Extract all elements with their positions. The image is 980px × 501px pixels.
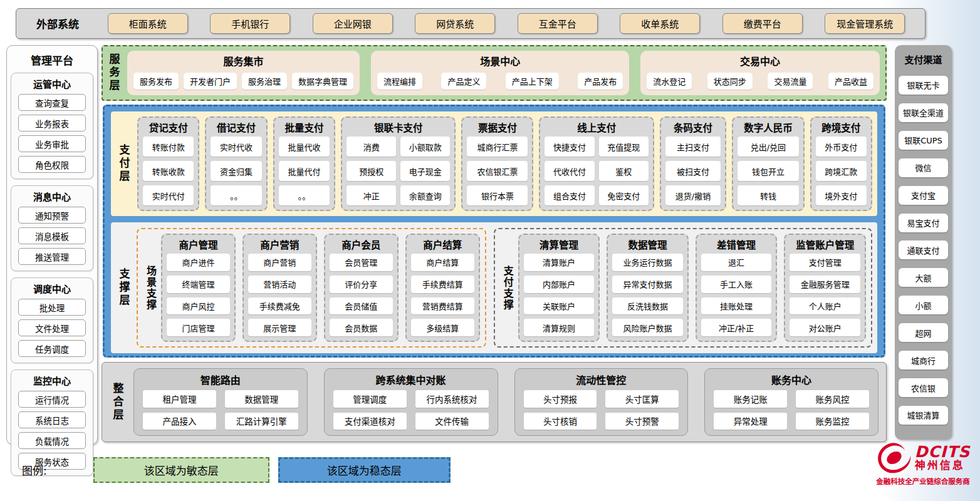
payment-column: 跨境支付外币支付跨境汇款境外支付: [810, 116, 872, 211]
support-item-chip: 终端管理: [167, 276, 230, 293]
payment-item-chip: 转账付款: [143, 137, 194, 157]
support-item-chip: 反洗钱数据: [612, 297, 683, 315]
service-item-chip: 数据字典管理: [292, 73, 353, 90]
support-group: 场景支撑商户管理商户进件终端管理商户风控门店管理商户营销商户营销营销活动手续费减…: [137, 228, 486, 348]
legend-label: 图例:: [22, 462, 47, 478]
payment-item-chip: 外币支付: [816, 137, 867, 157]
payment-item-chip: 实时代付: [143, 185, 194, 205]
support-item-chip: 风险账户数据: [612, 319, 683, 336]
service-item-chip: 交易流量: [768, 73, 813, 90]
management-item-chip: 查询查复: [18, 94, 86, 111]
payment-item-chip: 跨境汇款: [816, 161, 867, 181]
payment-channel-chip: 银联全渠道: [899, 103, 948, 122]
management-item-chip: 业务报表: [18, 115, 86, 132]
dcits-logo: DCITS 神州信息 金融科技全产业链综合服务商: [868, 442, 978, 486]
dcits-tagline: 金融科技全产业链综合服务商: [868, 476, 978, 486]
integration-panel-title: 流动性管控: [524, 372, 679, 387]
stable-layer-wrap: 支付层 贷记支付转账付款转账收款实时代付借记支付实时代收资金归集。。批量支付批量…: [103, 105, 885, 358]
integration-panel: 账务中心账务记账账务风控异常处理账务监控: [704, 368, 878, 436]
support-column-title: 监管账户管理: [790, 237, 860, 251]
payment-item-chip: 消费: [347, 137, 396, 157]
support-group-columns: 清算管理清算账户内部账户关联账户清算规则数据管理业务运行数据异常支付数据反洗钱数…: [518, 234, 866, 342]
external-system-chip: 柜面系统: [108, 13, 188, 34]
support-item-chip: 商户营销: [248, 254, 311, 271]
management-item-chip: 角色权限: [18, 156, 86, 173]
service-item-chip: 开发者门户: [184, 73, 237, 90]
payment-item-chip: 实时代收: [211, 137, 261, 157]
support-item-chip: 退汇: [701, 254, 772, 271]
payment-item-chip: 余额查询: [400, 185, 450, 205]
payment-channel-chip: 农信银: [899, 378, 948, 397]
service-panel-title: 交易中心: [647, 53, 873, 68]
payment-channels-title: 支付渠道: [899, 53, 948, 66]
payment-column-items: 转账付款转账收款实时代付: [143, 137, 194, 205]
management-group: 运管中心查询查复业务报表业务审批角色权限: [11, 73, 93, 179]
support-item-chip: 手续费结算: [411, 276, 474, 293]
external-systems-items: 柜面系统手机银行企业网银网贷系统互金平台收单系统缴费平台现金管理系统: [96, 13, 916, 34]
support-group: 支付支撑清算管理清算账户内部账户关联账户清算规则数据管理业务运行数据异常支付数据…: [494, 228, 872, 348]
support-layer-label: 支撑层: [116, 228, 132, 348]
support-column: 商户营销商户营销营销活动手续费减免展示管理: [242, 234, 317, 342]
support-item-chip: 营销活动: [248, 276, 311, 293]
support-group-columns: 商户管理商户进件终端管理商户风控门店管理商户营销商户营销营销活动手续费减免展示管…: [161, 234, 480, 342]
payment-column: 票据支付城商行汇票农信银汇票银行本票: [461, 116, 533, 211]
payment-item-chip: 被扫支付: [665, 161, 721, 181]
integration-panel-items: 管理调度行内系统核对支付渠道核对文件传输: [333, 390, 489, 430]
support-item-chip: 支付管理: [790, 254, 860, 271]
support-item-chip: 挂账处理: [701, 297, 772, 315]
service-item-chip: 服务发布: [133, 73, 179, 90]
integration-panel-title: 账务中心: [714, 372, 869, 387]
integration-item-chip: 数据管理: [225, 390, 298, 408]
external-system-chip: 企业网银: [313, 13, 393, 34]
support-item-chip: 会员管理: [330, 254, 393, 271]
service-panel-items: 流程编排产品定义产品上下架产品发布: [377, 71, 623, 91]
support-item-chip: 商户结算: [411, 254, 474, 271]
support-item-chip: 内部账户: [524, 276, 595, 293]
service-panel-title: 场景中心: [377, 53, 623, 68]
payment-item-chip: 银行本票: [467, 185, 528, 205]
payment-item-chip: 农信银汇票: [467, 161, 528, 181]
legend-stable-layer: 该区域为稳态层: [278, 457, 451, 483]
integration-item-chip: 产品接入: [143, 413, 216, 430]
integration-item-chip: 头寸匡算: [605, 390, 679, 408]
payment-item-chip: 免密支付: [599, 185, 649, 205]
payment-column-title: 线上支付: [545, 120, 648, 134]
support-column: 清算管理清算账户内部账户关联账户清算规则: [518, 234, 600, 342]
payment-column-title: 跨境支付: [816, 120, 867, 134]
support-item-chip: 业务运行数据: [612, 254, 683, 271]
service-panel: 场景中心流程编排产品定义产品上下架产品发布: [371, 51, 629, 95]
management-item-chip: 通知预警: [18, 207, 86, 224]
integration-item-chip: 汇路计算引擎: [225, 413, 298, 430]
legend: 图例: 该区域为敏态层 该区域为稳态层: [22, 457, 451, 483]
payment-column: 借记支付实时代收资金归集。。: [205, 116, 267, 211]
payment-column-items: 快捷支付充值提现代收代付鉴权组合支付免密支付: [545, 137, 648, 205]
dcits-name: 神州信息: [915, 460, 970, 472]
payment-item-chip: 组合支付: [545, 185, 594, 205]
integration-panel-title: 智能路由: [143, 372, 298, 387]
support-item-chip: 异常支付数据: [612, 276, 683, 293]
integration-panel-items: 租户管理数据管理产品接入汇路计算引擎: [143, 390, 298, 430]
support-item-chip: 营销费结算: [411, 297, 474, 315]
external-system-chip: 现金管理系统: [825, 13, 905, 34]
service-layer-panels: 服务集市服务发布开发者门户服务治理数据字典管理场景中心流程编排产品定义产品上下架…: [127, 51, 880, 95]
payment-column-items: 城商行汇票农信银汇票银行本票: [467, 137, 528, 205]
management-item-chip: 文件处理: [18, 319, 86, 336]
service-panel: 服务集市服务发布开发者门户服务治理数据字典管理: [127, 51, 360, 95]
integration-item-chip: 异常处理: [714, 413, 787, 430]
management-group-title: 监控中心: [11, 374, 93, 387]
payment-item-chip: 退货/撤销: [665, 185, 721, 205]
support-item-chip: 多级结算: [411, 319, 474, 336]
integration-panel-title: 跨系统集中对账: [333, 372, 489, 387]
support-item-chip: 展示管理: [248, 319, 311, 336]
management-item-chip: 推送管理: [18, 248, 86, 265]
support-column-items: 会员管理评价分享会员储值会员数据: [330, 254, 393, 336]
support-column-title: 数据管理: [612, 237, 683, 251]
support-group-label: 场景支撑: [143, 234, 158, 342]
external-system-chip: 手机银行: [210, 13, 290, 34]
integration-item-chip: 头寸预警: [605, 413, 679, 430]
management-group-title: 运管中心: [11, 77, 93, 90]
external-system-chip: 网贷系统: [415, 13, 495, 34]
external-system-chip: 缴费平台: [722, 13, 803, 34]
payment-item-chip: 预授权: [347, 161, 396, 181]
payment-channel-chip: 通联支付: [899, 240, 948, 259]
